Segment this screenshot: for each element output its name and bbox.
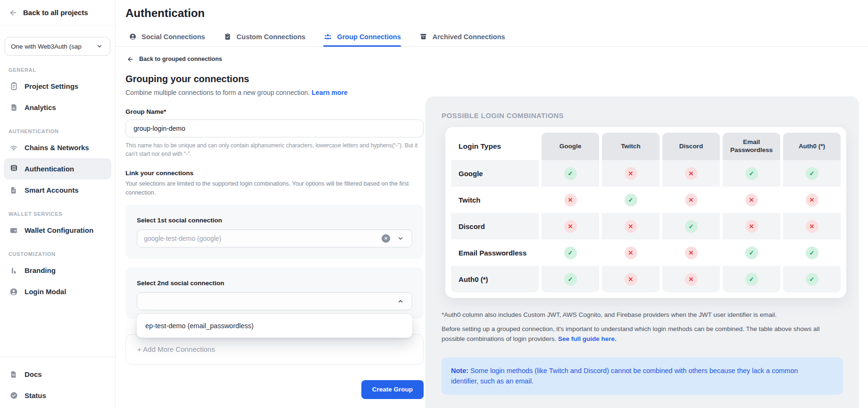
cross-icon: ✕ [685, 246, 698, 259]
sidebar-item-branding[interactable]: Branding [4, 260, 111, 281]
group-name-label: Group Name* [125, 108, 424, 115]
clear-icon[interactable]: ✕ [382, 234, 390, 243]
cross-icon: ✕ [564, 220, 577, 233]
combo-cell: ✓ [783, 266, 841, 292]
tab-archived-connections[interactable]: Archived Connections [419, 27, 505, 46]
check-icon: ✓ [806, 273, 818, 286]
tab-social-connections[interactable]: Social Connections [128, 27, 205, 46]
arrow-left-icon [8, 8, 18, 17]
sidebar-item-analytics[interactable]: Analytics [4, 97, 111, 118]
combo-row-label: Google [451, 160, 539, 187]
sidebar-item-authentication[interactable]: Authentication [4, 158, 111, 179]
sidebar-item-project-settings[interactable]: Project Settings [4, 76, 111, 97]
app-root: Back to all projects One with Web3Auth (… [0, 0, 868, 408]
select2-options-menu: ep-test-demo (email_passwordless) [137, 314, 412, 338]
guide-text: Before setting up a grouped connection, … [442, 325, 820, 342]
sidebar-item-smart-accounts[interactable]: Smart Accounts [4, 179, 111, 201]
select1-icons: ✕ [382, 234, 405, 243]
check-icon: ✓ [745, 273, 758, 286]
sidebar-item-login-modal[interactable]: Login Modal [4, 281, 111, 302]
paint-icon [9, 266, 18, 275]
group-name-helper: This name has to be unique and can only … [125, 141, 424, 158]
tab-bar: Social Connections Custom Connections Gr… [116, 27, 868, 47]
cross-icon: ✕ [625, 246, 637, 259]
dropdown-option-ep-test-demo[interactable]: ep-test-demo (email_passwordless) [137, 316, 412, 335]
create-group-button[interactable]: Create Group [361, 380, 424, 399]
tab-label: Custom Connections [237, 33, 306, 41]
check-icon: ✓ [564, 273, 577, 286]
sidebar-section-customization: CUSTOMIZATION [8, 251, 107, 257]
tab-label: Group Connections [337, 33, 401, 41]
page-title: Authentication [125, 7, 868, 20]
note-text: Note: Some login methods (like Twitch an… [451, 366, 810, 387]
main-area: Authentication Social Connections Custom… [116, 0, 868, 408]
select2-dropdown[interactable] [137, 292, 412, 310]
first-connection-card: Select 1st social connection google-test… [125, 204, 424, 259]
combo-cell: ✕ [723, 213, 780, 239]
combo-cell: ✕ [602, 266, 659, 292]
check-icon: ✓ [745, 246, 758, 259]
full-guide-link[interactable]: See full guide here. [558, 335, 617, 342]
tab-label: Social Connections [142, 33, 205, 41]
section-title: Grouping your connections [125, 74, 424, 85]
project-selector[interactable]: One with Web3Auth (sap [5, 37, 110, 56]
select2-label: Select 2nd social connection [137, 280, 412, 287]
user-circle-icon [9, 287, 18, 297]
select1-value: google-test-demo (google) [144, 235, 221, 242]
column-header-twitch: Twitch [602, 133, 659, 160]
sidebar-section-wallet-services: WALLET SERVICES [8, 211, 107, 217]
sidebar-item-label: Chains & Networks [25, 144, 89, 152]
sidebar-item-wallet-configuration[interactable]: Wallet Configuration [4, 220, 111, 241]
learn-more-link[interactable]: Learn more [312, 89, 348, 96]
back-link-label: Back to grouped connections [139, 56, 222, 62]
sidebar-item-status[interactable]: Status [4, 385, 111, 406]
back-to-projects-link[interactable]: Back to all projects [0, 0, 115, 26]
person-circle-icon [128, 32, 137, 42]
cross-icon: ✕ [806, 220, 818, 233]
combo-cell: ✓ [542, 266, 599, 292]
combinations-table: Login Types Google Twitch Discord Email … [451, 133, 841, 292]
sidebar-item-docs[interactable]: Docs [4, 364, 111, 385]
combo-cell: ✕ [783, 187, 841, 213]
combo-cell: ✕ [542, 213, 599, 239]
tab-custom-connections[interactable]: Custom Connections [223, 27, 306, 46]
create-group-row: Create Group [125, 380, 424, 399]
sidebar-item-label: Project Settings [25, 82, 78, 90]
people-group-icon [323, 32, 333, 42]
tab-group-connections[interactable]: Group Connections [323, 27, 401, 46]
combo-row-label: Email Passwordless [451, 239, 539, 266]
combo-cell: ✓ [783, 239, 841, 266]
check-icon: ✓ [625, 194, 637, 206]
column-header-discord: Discord [662, 133, 720, 160]
combo-cell: ✕ [542, 187, 599, 213]
sidebar-item-label: Smart Accounts [25, 186, 78, 194]
chevron-down-icon[interactable] [396, 234, 405, 243]
select2-wrapper: ep-test-demo (email_passwordless) [137, 292, 412, 310]
sidebar-item-chains-networks[interactable]: Chains & Networks [4, 137, 111, 158]
login-combinations-panel: POSSIBLE LOGIN COMBINATIONS Login Types … [426, 96, 859, 408]
sidebar-section-general: GENERAL [8, 67, 107, 73]
doc-icon [9, 370, 18, 379]
combo-cell: ✓ [783, 160, 841, 187]
chevron-up-icon[interactable] [396, 297, 405, 306]
combo-cell: ✕ [602, 239, 659, 266]
tab-label: Archived Connections [433, 33, 505, 41]
check-circle-icon [9, 391, 18, 400]
combo-cell: ✕ [602, 160, 659, 187]
combo-cell: ✕ [662, 266, 720, 292]
group-name-input[interactable] [125, 119, 424, 137]
clipboard-check-icon [223, 32, 233, 42]
note-body: Some login methods (like Twitch and Disc… [451, 367, 798, 385]
combo-cell: ✕ [662, 160, 720, 187]
select1-dropdown[interactable]: google-test-demo (google) ✕ [137, 230, 412, 247]
back-to-grouped-connections-link[interactable]: Back to grouped connections [125, 54, 424, 64]
chevron-down-icon [95, 42, 104, 51]
combo-cell: ✕ [723, 187, 780, 213]
sidebar: Back to all projects One with Web3Auth (… [0, 0, 116, 408]
add-more-connections-button[interactable]: + Add More Connections [125, 334, 424, 365]
combo-cell: ✓ [723, 239, 780, 266]
combo-cell: ✓ [542, 239, 599, 266]
cross-icon: ✕ [745, 194, 758, 206]
group-form: Back to grouped connections Grouping you… [125, 54, 424, 399]
check-icon: ✓ [806, 246, 818, 259]
